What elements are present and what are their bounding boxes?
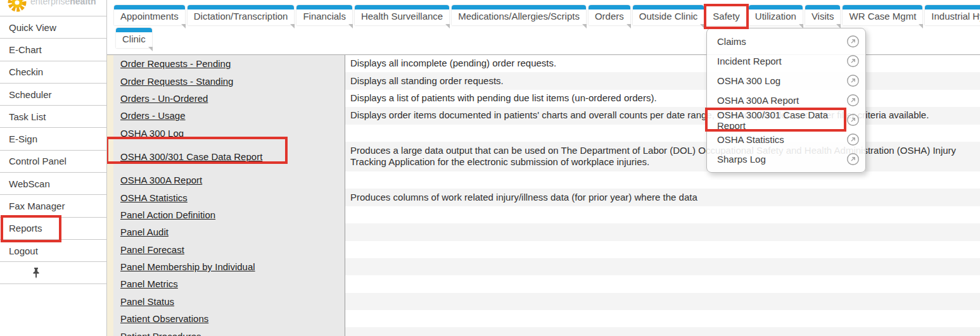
tab-clinic[interactable]: Clinic xyxy=(116,28,152,48)
arrow-up-right-circle-icon[interactable] xyxy=(846,35,860,48)
report-link-cell: Orders - Usage xyxy=(113,107,345,124)
sidebar-item-control-panel[interactable]: Control Panel xyxy=(0,151,106,173)
report-description: Produces a large data output that can be… xyxy=(345,142,980,171)
tab-financials[interactable]: Financials xyxy=(296,5,352,25)
arrow-up-right-circle-icon[interactable] xyxy=(846,54,860,68)
report-link-panel-status[interactable]: Panel Status xyxy=(120,296,174,307)
report-link-order-requests-standing[interactable]: Order Requests - Standing xyxy=(120,76,233,87)
report-link-osha-300a-report[interactable]: OSHA 300A Report xyxy=(120,175,202,185)
sidebar-item-e-sign[interactable]: E-Sign xyxy=(0,128,106,150)
tab-accent-bar xyxy=(114,5,185,9)
tab-accent-bar xyxy=(925,5,980,9)
report-link-osha-300-301-case-data-report[interactable]: OSHA 300/301 Case Data Report xyxy=(120,151,262,162)
report-link-cell: Panel Audit xyxy=(113,223,345,240)
table-row: Patient Procedures xyxy=(113,327,980,336)
tab-utilization[interactable]: Utilization xyxy=(749,5,803,25)
report-link-panel-membership-by-individual[interactable]: Panel Membership by Individual xyxy=(120,261,255,272)
report-link-orders-usage[interactable]: Orders - Usage xyxy=(120,110,186,121)
brand-logo: enterprisehealth xyxy=(0,0,106,16)
menu-item-sharps-log[interactable]: Sharps Log xyxy=(707,149,865,169)
left-accent-strip xyxy=(107,55,113,336)
report-link-cell: OSHA 300 Log xyxy=(113,125,345,142)
sidebar-item-quick-view[interactable]: Quick View xyxy=(0,16,106,39)
report-description xyxy=(345,258,980,275)
tab-accent-bar xyxy=(749,5,803,9)
sidebar-item-webscan[interactable]: WebScan xyxy=(0,173,106,195)
report-description xyxy=(345,327,980,336)
menu-item-osha-300a-report[interactable]: OSHA 300A Report xyxy=(707,90,865,110)
tab-wr-case-mgmt[interactable]: WR Case Mgmt xyxy=(843,5,922,25)
menu-item-label: Claims xyxy=(717,36,746,47)
sidebar-item-checkin[interactable]: Checkin xyxy=(0,61,106,84)
tab-label: Outside Clinic xyxy=(639,11,698,22)
menu-item-claims[interactable]: Claims xyxy=(707,32,865,51)
sidebar-item-fax-manager[interactable]: Fax Manager xyxy=(0,195,106,217)
sidebar-item-scheduler[interactable]: Scheduler xyxy=(0,84,106,106)
tab-label: Financials xyxy=(303,11,346,22)
table-row: Patient Observations xyxy=(113,310,980,327)
tab-accent-bar xyxy=(843,5,922,9)
report-link-osha-statistics[interactable]: OSHA Statistics xyxy=(120,192,188,203)
sidebar-item-task-list[interactable]: Task List xyxy=(0,106,106,128)
menu-item-label: Incident Report xyxy=(717,56,782,66)
tab-label: Appointments xyxy=(120,11,179,22)
report-description: Produces columns of work related injury/… xyxy=(345,189,980,206)
menu-item-osha-statistics[interactable]: OSHA Statistics xyxy=(707,130,865,149)
arrow-up-right-circle-icon[interactable] xyxy=(846,133,860,146)
arrow-up-right-circle-icon[interactable] xyxy=(846,113,860,127)
arrow-up-right-circle-icon[interactable] xyxy=(846,74,860,87)
tab-menu-fold-icon xyxy=(919,24,923,28)
sidebar-item-label: Control Panel xyxy=(9,156,67,166)
brand-name: enterprisehealth xyxy=(30,0,96,6)
tab-orders[interactable]: Orders xyxy=(589,5,630,25)
sidebar-item-label: Logout xyxy=(9,246,38,256)
sidebar-item-e-chart[interactable]: E-Chart xyxy=(0,39,106,61)
tab-label: Dictation/Transcription xyxy=(194,11,288,22)
sidebar-item-label: WebScan xyxy=(9,178,50,189)
tab-outside-clinic[interactable]: Outside Clinic xyxy=(633,5,704,25)
tab-dictation-transcription[interactable]: Dictation/Transcription xyxy=(188,5,295,25)
tab-label: Health Surveillance xyxy=(361,11,443,22)
report-link-cell: Panel Forecast xyxy=(113,241,345,258)
arrow-up-right-circle-icon[interactable] xyxy=(846,94,860,107)
menu-item-osha-300-301-case-data-report[interactable]: OSHA 300/301 Case Data Report xyxy=(707,110,865,130)
report-link-cell: Panel Metrics xyxy=(113,275,345,292)
report-link-orders-un-ordered[interactable]: Orders - Un-Ordered xyxy=(120,93,208,104)
menu-item-incident-report[interactable]: Incident Report xyxy=(707,51,865,71)
report-link-panel-metrics[interactable]: Panel Metrics xyxy=(120,278,178,289)
report-description: Displays order items documented in patie… xyxy=(345,107,980,124)
report-link-patient-procedures[interactable]: Patient Procedures xyxy=(120,331,201,336)
sidebar-item-label: Reports xyxy=(9,223,42,233)
menu-item-osha-300-log[interactable]: OSHA 300 Log xyxy=(707,71,865,90)
report-link-panel-forecast[interactable]: Panel Forecast xyxy=(120,244,184,255)
tab-menu-fold-icon xyxy=(348,24,353,28)
tab-accent-bar xyxy=(805,5,841,9)
arrow-up-right-circle-icon[interactable] xyxy=(846,152,860,166)
tab-label: Clinic xyxy=(122,34,146,44)
tab-visits[interactable]: Visits xyxy=(805,5,841,25)
report-link-order-requests-pending[interactable]: Order Requests - Pending xyxy=(120,58,231,69)
report-link-panel-audit[interactable]: Panel Audit xyxy=(120,227,169,237)
tab-industrial-hygiene[interactable]: Industrial Hygiene xyxy=(925,5,980,25)
report-link-osha-300-log[interactable]: OSHA 300 Log xyxy=(120,128,184,139)
menu-item-label: OSHA 300 Log xyxy=(717,75,780,86)
tab-medications-allergies-scripts[interactable]: Medications/Allergies/Scripts xyxy=(452,5,586,25)
tab-appointments[interactable]: Appointments xyxy=(114,5,185,25)
sidebar-item-reports[interactable]: Reports xyxy=(0,218,106,240)
tab-label: Orders xyxy=(595,11,624,22)
report-link-cell: Panel Status xyxy=(113,293,345,310)
report-description xyxy=(345,293,980,310)
tab-label: Visits xyxy=(811,11,834,22)
table-row: Panel Audit xyxy=(113,223,980,240)
table-row: Panel Metrics xyxy=(113,275,980,292)
tab-safety[interactable]: Safety xyxy=(706,5,746,25)
report-link-cell: Panel Membership by Individual xyxy=(113,258,345,275)
sidebar-item-logout[interactable]: Logout xyxy=(0,240,106,262)
sidebar: enterprisehealth Quick ViewE-ChartChecki… xyxy=(0,0,107,336)
tab-health-surveillance[interactable]: Health Surveillance xyxy=(355,5,449,25)
sidebar-pin-button[interactable] xyxy=(0,262,106,284)
report-link-panel-action-definition[interactable]: Panel Action Definition xyxy=(120,209,215,220)
table-row: Panel Forecast xyxy=(113,241,980,258)
tab-menu-fold-icon xyxy=(181,24,186,28)
report-link-patient-observations[interactable]: Patient Observations xyxy=(120,313,208,324)
